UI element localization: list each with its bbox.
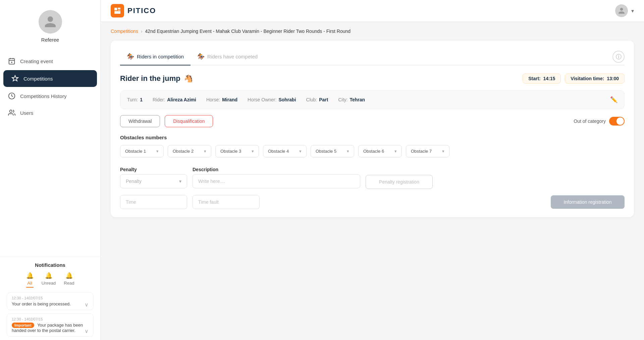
svg-point-7 [10,110,12,112]
time-row: Information registration [120,195,625,209]
information-registration-button[interactable]: Information registration [551,195,625,209]
bell-icon: 🔔 [65,272,73,279]
tab-read-label: Read [64,281,74,286]
toggle-knob [616,117,624,125]
club-field: Club: Part [306,97,328,102]
chevron-down-icon: ▾ [204,149,206,154]
out-of-category: Out of category [574,117,625,126]
logo-area: PITICO [111,4,156,17]
notifications-section: Notifications 🔔 All 🔔 Unread 🔔 Read 12:3… [0,256,100,340]
main-card: 🏇 Riders in competition 🏇 Riders have co… [111,41,634,217]
sidebar-item-users[interactable]: Users [0,104,100,121]
out-of-category-toggle[interactable] [609,117,625,126]
expand-icon[interactable]: ∨ [85,301,89,308]
withdrawal-button[interactable]: Withdrawal [120,115,160,127]
notification-badge: Important [12,323,34,328]
disqualification-button[interactable]: Disqualification [165,115,213,127]
horse-competed-icon: 🏇 [197,53,205,60]
header-right: ▾ [615,4,634,17]
start-time-badge: Start: 14:15 [523,74,561,84]
sidebar-item-creating-event[interactable]: Creating event [0,53,100,69]
obstacle-2-select[interactable]: Obstacle 2 ▾ [168,145,211,157]
description-label: Description [193,167,360,172]
chevron-down-icon[interactable]: ▾ [631,8,634,14]
notification-text: Your order is being processed. ∨ [12,301,89,306]
tab-unread[interactable]: 🔔 Unread [42,272,56,288]
tab-riders-have-competed[interactable]: 🏇 Riders have competed [191,49,264,65]
sidebar-item-label: Users [20,110,33,116]
sidebar-item-label: Creating event [20,58,53,64]
breadcrumb-link[interactable]: Competitions [111,29,138,34]
bell-icon: 🔔 [26,272,34,279]
avatar [39,10,62,34]
tab-all[interactable]: 🔔 All [26,272,34,288]
sidebar-item-competitions-history[interactable]: Competitions History [0,88,100,104]
notification-text: Important Your package has been handed o… [12,323,89,333]
breadcrumb: Competitions › 42nd Equestrian Jumping E… [111,29,634,34]
obstacle-5-select[interactable]: Obstacle 5 ▾ [311,145,354,157]
chevron-down-icon: ▾ [394,149,397,154]
notification-time: 12:30 - 1402/07/15 [12,296,89,300]
breadcrumb-current: 42nd Equestrian Jumping Event - Mahak Cl… [145,29,351,34]
user-role-label: Referee [41,37,59,43]
tab-read[interactable]: 🔔 Read [64,272,74,288]
profile-section: Referee [0,0,100,49]
owner-field: Horse Owner: Sohrabi [248,97,296,102]
penalty-label: Penalty [120,167,187,172]
obstacle-4-select[interactable]: Obstacle 4 ▾ [263,145,307,157]
time-badges: Start: 14:15 Visitation time: 13:00 [523,74,625,84]
tab-label: Riders have competed [207,54,258,59]
rider-jump-title: Rider in the jump 🐴 [120,74,193,83]
chevron-down-icon: ▾ [299,149,302,154]
turn-field: Turn: 1 [127,97,143,102]
chevron-down-icon: ▾ [156,149,159,154]
obstacles-row: Obstacle 1 ▾ Obstacle 2 ▾ Obstacle 3 ▾ O… [120,145,625,157]
main-area: PITICO ▾ Competitions › 42nd Equestrian … [101,0,644,340]
time-fault-input[interactable] [193,195,260,209]
notification-item: 12:30 - 1402/07/15 Your order is being p… [7,292,94,310]
horse-rider-icon: 🏇 [127,53,134,60]
obstacles-title: Obstacles numbers [120,135,625,140]
expand-icon[interactable]: ∨ [85,328,89,334]
sidebar-item-competitions[interactable]: Competitions [3,70,97,87]
header-avatar [615,4,628,17]
penalty-registration-button[interactable]: Penalty registration [366,175,433,189]
description-input[interactable] [193,174,360,188]
obstacle-6-select[interactable]: Obstacle 6 ▾ [358,145,402,157]
logo-icon [111,4,124,17]
chevron-down-icon: ▾ [179,179,181,184]
content-area: Competitions › 42nd Equestrian Jumping E… [101,22,644,340]
obstacle-3-select[interactable]: Obstacle 3 ▾ [215,145,259,157]
horse-field: Horse: Mirand [206,97,237,102]
tab-label: Riders in competition [137,54,184,59]
obstacle-1-select[interactable]: Obstacle 1 ▾ [120,145,164,157]
header: PITICO ▾ [101,0,644,22]
penalty-form-row: Penalty Penalty ▾ Description Penalty re… [120,167,625,189]
time-input[interactable] [120,195,187,209]
chevron-down-icon: ▾ [252,149,254,154]
horse-jump-icon: 🐴 [184,74,193,83]
out-of-category-label: Out of category [574,118,606,124]
logo-text: PITICO [127,6,156,15]
city-field: City: Tehran [338,97,365,102]
chevron-down-icon: ▾ [347,149,349,154]
info-icon[interactable]: ⓘ [612,51,625,63]
rider-jump-row: Rider in the jump 🐴 Start: 14:15 Visitat… [120,74,625,84]
nav-menu: Creating event Competitions Competitions… [0,49,100,125]
penalty-group: Penalty Penalty ▾ [120,167,187,188]
rider-details: Turn: 1 Rider: Alireza Azimi Horse: Mira… [120,90,625,109]
obstacle-7-select[interactable]: Obstacle 7 ▾ [406,145,449,157]
breadcrumb-separator: › [141,29,143,34]
tab-riders-in-competition[interactable]: 🏇 Riders in competition [120,49,191,65]
action-row: Withdrawal Disqualification Out of categ… [120,115,625,127]
description-group: Description [193,167,360,188]
penalty-placeholder: Penalty [126,179,142,184]
tab-unread-label: Unread [42,281,56,286]
sidebar-item-label: Competitions [23,76,53,82]
svg-rect-0 [9,59,15,64]
edit-icon[interactable]: ✏️ [610,96,618,103]
notifications-title: Notifications [7,262,94,268]
bell-icon: 🔔 [45,272,52,279]
penalty-select[interactable]: Penalty ▾ [120,174,187,188]
tab-bar: 🏇 Riders in competition 🏇 Riders have co… [120,49,625,65]
